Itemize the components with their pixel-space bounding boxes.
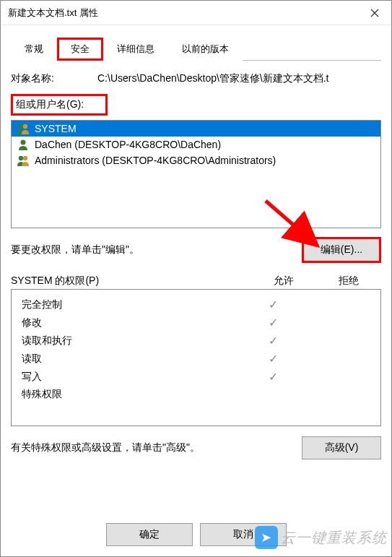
object-name-label: 对象名称: (11, 72, 97, 85)
svg-point-4 (21, 140, 26, 145)
svg-point-2 (19, 124, 23, 129)
permission-name: 读取 (22, 353, 240, 366)
permission-row: 特殊权限 (12, 386, 380, 403)
highlight-arrow-icon (258, 194, 323, 259)
close-icon (370, 9, 379, 17)
user-icon (16, 155, 30, 166)
permission-row: 读取和执行✓ (12, 332, 380, 350)
permission-allow-check: ✓ (240, 352, 305, 366)
object-path-value: C:\Users\DaChen\Desktop\管家速修\新建文本文档.t (97, 72, 381, 85)
user-icon (16, 123, 30, 134)
cancel-button[interactable]: 取消 (200, 523, 287, 546)
permission-name: 读取和执行 (22, 334, 240, 347)
user-name: DaChen (DESKTOP-4KG8CRO\DaChen) (35, 139, 221, 150)
user-list-item[interactable]: Administrators (DESKTOP-4KG8CRO\Administ… (12, 152, 380, 168)
advanced-button[interactable]: 高级(V) (302, 436, 381, 459)
group-users-label: 组或用户名(G): (11, 94, 108, 116)
permission-row: 读取✓ (12, 350, 380, 368)
user-name: SYSTEM (35, 123, 77, 134)
svg-point-3 (23, 124, 27, 129)
tab-previous-versions[interactable]: 以前的版本 (168, 38, 243, 61)
permissions-header-deny: 拒绝 (316, 275, 381, 288)
advanced-text: 有关特殊权限或高级设置，请单击"高级"。 (11, 441, 302, 454)
close-button[interactable] (360, 1, 390, 25)
tab-details[interactable]: 详细信息 (103, 38, 168, 61)
permission-row: 修改✓ (12, 314, 380, 332)
tab-bar: 常规 安全 详细信息 以前的版本 (11, 37, 381, 61)
svg-line-8 (266, 201, 309, 238)
permission-allow-check: ✓ (240, 370, 305, 384)
tab-general[interactable]: 常规 (11, 38, 57, 61)
svg-point-6 (23, 156, 27, 160)
permissions-header-title: SYSTEM 的权限(P) (11, 275, 251, 288)
user-icon (16, 139, 30, 150)
permission-name: 特殊权限 (22, 388, 240, 401)
permission-allow-check: ✓ (240, 316, 305, 329)
permission-allow-check: ✓ (240, 334, 305, 347)
svg-point-5 (19, 156, 23, 160)
user-list-item[interactable]: SYSTEM (12, 121, 380, 137)
window-title: 新建文本文档.txt 属性 (8, 7, 98, 20)
user-list-item[interactable]: DaChen (DESKTOP-4KG8CRO\DaChen) (12, 137, 380, 152)
permission-row: 完全控制✓ (12, 295, 380, 314)
permission-allow-check: ✓ (240, 298, 305, 311)
permissions-header-allow: 允许 (251, 275, 316, 288)
permission-row: 写入✓ (12, 368, 380, 386)
permission-name: 修改 (22, 316, 240, 329)
user-name: Administrators (DESKTOP-4KG8CRO\Administ… (35, 155, 276, 166)
permissions-box: 完全控制✓修改✓读取和执行✓读取✓写入✓特殊权限 (11, 289, 381, 426)
users-listbox[interactable]: SYSTEMDaChen (DESKTOP-4KG8CRO\DaChen)Adm… (11, 120, 381, 228)
permission-name: 写入 (22, 371, 240, 384)
permission-name: 完全控制 (22, 298, 240, 311)
tab-security[interactable]: 安全 (57, 38, 103, 61)
ok-button[interactable]: 确定 (106, 523, 193, 546)
